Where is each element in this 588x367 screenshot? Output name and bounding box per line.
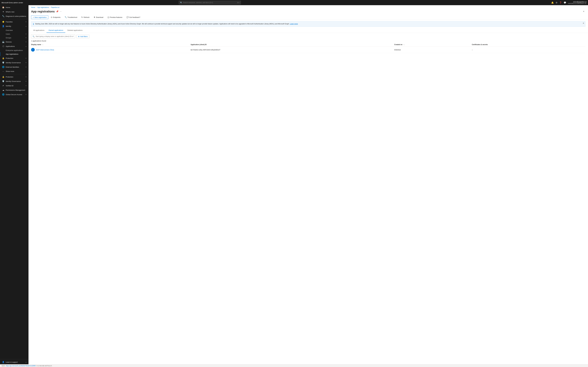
external-identities-icon: 🌐 [2, 66, 4, 68]
learn-more-link[interactable]: Learn more [290, 23, 298, 25]
sidebar-item-diagnose[interactable]: 🔧 Diagnose & solve problems [0, 14, 28, 18]
feedback-icon: 💬 [127, 16, 129, 18]
cell-created-on: 5/9/2022 [394, 47, 472, 53]
chat-icon[interactable]: 💬 [564, 1, 566, 4]
table-row: 🔵 GCP Interconnect (Test) 8e743d42-e35a-… [31, 47, 585, 53]
app-name-link[interactable]: GCP Interconnect (Test) [36, 49, 54, 51]
chevron-down-icon: ▾ [26, 41, 26, 43]
notification-icon[interactable]: 🔔 [551, 1, 554, 4]
info-icon: ℹ [33, 23, 34, 25]
sidebar: 🏠 Home ✦ What's new 🔧 Diagnose & solve p… [0, 5, 28, 364]
tabs: All applications Owned applications Dele… [28, 28, 588, 33]
ellipsis-icon[interactable]: ··· [60, 10, 62, 13]
plus-icon: + [33, 16, 34, 18]
endpoints-label: Endpoints [53, 16, 60, 18]
home-icon: 🏠 [2, 6, 4, 8]
sidebar-item-external-identities[interactable]: 🌐 External Identities ▾ [0, 65, 28, 69]
chevron-down-icon: ▾ [26, 76, 26, 78]
info-banner-close-button[interactable]: ✕ [583, 22, 584, 24]
info-banner-text: Starting June 30th, 2020 we will no long… [35, 23, 583, 25]
download-button[interactable]: ⬇ Download [92, 16, 105, 19]
content-area: Home › App registrations › Paperbox.ai A… [28, 5, 588, 364]
sidebar-item-enterprise-applications[interactable]: Enterprise applications [0, 49, 28, 52]
breadcrumb-paperbox[interactable]: Paperbox.ai [51, 7, 59, 8]
tab-owned-applications[interactable]: Owned applications [47, 28, 65, 33]
preview-features-button[interactable]: ◫ Preview features [106, 16, 124, 19]
results-count-text: 1 applications found [31, 40, 46, 42]
statusbar: Open https://go.microsoft.com/fwlink/?li… [0, 364, 588, 367]
sidebar-item-favorites[interactable]: ⭐ Favorites ▾ [0, 20, 28, 24]
sidebar-item-devices[interactable]: 💻 Devices ▾ [0, 40, 28, 44]
cell-app-client-id: 8e743d42-e35a-45ff-9345-fcf6a54901f7 [191, 47, 394, 53]
breadcrumb-app-registrations[interactable]: App registrations [37, 7, 49, 8]
sidebar-item-users[interactable]: Users ▾ [0, 32, 28, 36]
cell-display-name: 🔵 GCP Interconnect (Test) [31, 47, 191, 53]
global-secure-access-icon: 🌐 [2, 93, 4, 96]
chevron-down-icon: ▾ [26, 21, 26, 23]
chevron-down-icon: ▾ [26, 33, 26, 35]
table-header: Display name ↑↓ Application (client) ID … [31, 43, 585, 47]
chevron-up-icon: ▴ [26, 25, 26, 27]
column-display-name[interactable]: Display name ↑↓ [31, 43, 191, 47]
help-icon[interactable]: ❓ [559, 1, 562, 4]
app-cell: 🔵 GCP Interconnect (Test) [31, 48, 189, 51]
sidebar-item-permissions-mgmt[interactable]: ☁ Permissions Management [0, 88, 28, 92]
chevron-down-icon: ▾ [26, 37, 26, 39]
tab-deleted-applications[interactable]: Deleted applications [65, 28, 85, 33]
sidebar-item-groups[interactable]: Groups ▾ [0, 36, 28, 40]
sidebar-item-global-secure-access[interactable]: 🌐 Global Secure Access ▾ [0, 92, 28, 97]
filter-input[interactable] [36, 35, 74, 37]
table-body: 🔵 GCP Interconnect (Test) 8e743d42-e35a-… [31, 47, 585, 53]
refresh-icon: ↻ [81, 16, 83, 18]
statusbar-prefix: Open [1, 365, 5, 367]
endpoints-button[interactable]: ⊙ Endpoints [49, 16, 62, 19]
refresh-button[interactable]: ↻ Refresh [80, 16, 91, 19]
breadcrumb-home[interactable]: Home [31, 7, 35, 8]
sidebar-item-show-more[interactable]: ··· Show more [0, 69, 28, 74]
filter-input-container[interactable]: 🔍 [31, 34, 75, 38]
close-button[interactable]: × [582, 10, 585, 13]
download-label: Download [96, 16, 103, 18]
sidebar-item-verified-id[interactable]: ✔ Verified ID ▾ [0, 83, 28, 88]
topbar-title: Microsoft Entra admin center [1, 2, 23, 4]
sidebar-item-overview[interactable]: Overview [0, 28, 28, 32]
cell-certs-secrets: – [472, 47, 585, 53]
protection2-icon: 🔒 [2, 76, 4, 78]
sidebar-item-learn-support[interactable]: 👤 Learn & support ▴ [0, 360, 28, 364]
sidebar-item-whats-new[interactable]: ✦ What's new [0, 10, 28, 14]
statusbar-url[interactable]: https://go.microsoft.com/fwlink/?linkid=… [6, 365, 36, 367]
search-input[interactable] [183, 2, 236, 3]
sidebar-item-home[interactable]: 🏠 Home [0, 5, 28, 10]
sidebar-item-identity-governance[interactable]: 🛡️ Identity Governance ▾ [0, 60, 28, 65]
sidebar-item-identity[interactable]: 👤 Identity ▴ [0, 24, 28, 28]
topbar-icons: 🔔 ⚙ ❓ 💬 victor@paperbox.ai PAPERBOX.AI (… [551, 1, 587, 4]
pin-icon[interactable]: 📌 [56, 10, 58, 13]
whats-new-icon: ✦ [2, 11, 4, 13]
results-count: 1 applications found [28, 39, 588, 43]
feedback-button[interactable]: 💬 Got feedback? [125, 16, 142, 19]
troubleshoot-icon: 🔧 [65, 16, 67, 18]
new-registration-button[interactable]: + New registration [31, 16, 48, 19]
sidebar-item-protection[interactable]: 🔒 Protection ▾ [0, 56, 28, 60]
topbar: Microsoft Entra admin center 🔍 G+/ 🔔 ⚙ ❓… [0, 0, 588, 5]
toolbar: + New registration ⊙ Endpoints 🔧 Trouble… [28, 15, 588, 20]
filter-search-icon: 🔍 [33, 35, 35, 37]
sidebar-item-protection2[interactable]: 🔒 Protection ▾ [0, 75, 28, 79]
tab-all-applications[interactable]: All applications [31, 28, 47, 33]
troubleshoot-button[interactable]: 🔧 Troubleshoot [63, 16, 79, 19]
devices-icon: 💻 [2, 41, 4, 43]
user-profile[interactable]: victor@paperbox.ai PAPERBOX.AI (PAPERBOX… [568, 1, 587, 4]
sidebar-item-app-registrations[interactable]: App registrations [0, 52, 28, 56]
verified-id-icon: ✔ [2, 84, 4, 87]
breadcrumb-sep-2: › [50, 7, 50, 8]
chevron-down-icon: ▾ [26, 62, 26, 64]
column-created-on[interactable]: Created on ↑↓ [394, 43, 472, 47]
sidebar-item-identity-governance2[interactable]: 🛡️ Identity Governance ▾ [0, 79, 28, 83]
endpoints-icon: ⊙ [51, 16, 52, 18]
search-bar[interactable]: 🔍 G+/ [179, 1, 241, 4]
sidebar-item-applications[interactable]: ⬡ Applications ▴ [0, 44, 28, 49]
column-certs-secrets-label: Certificates & secrets [472, 44, 488, 45]
settings-icon[interactable]: ⚙ [556, 1, 557, 4]
chevron-down-icon: ▾ [26, 85, 26, 87]
add-filters-button[interactable]: ⊕ Add filters [76, 35, 89, 38]
